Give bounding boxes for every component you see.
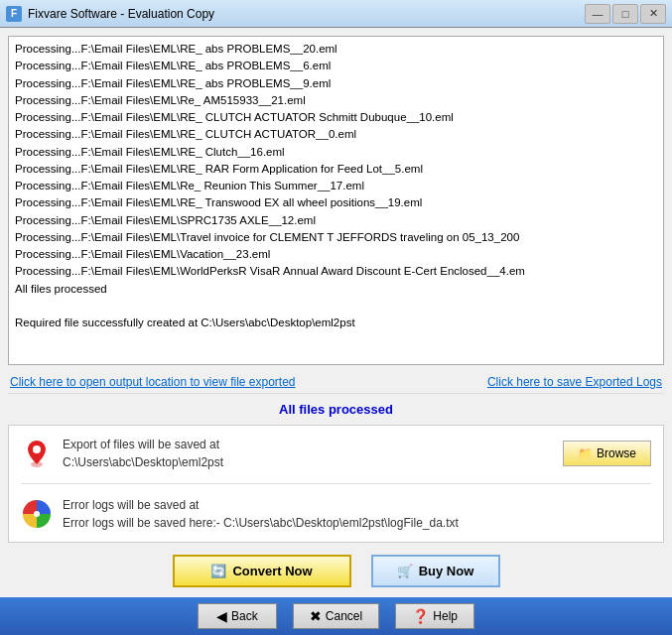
log-line: Processing...F:\Email Files\EML\RE_ Clut… [15, 144, 657, 161]
log-line: Processing...F:\Email Files\EML\RE_ Tran… [15, 194, 657, 211]
info-section: Export of files will be saved at C:\User… [8, 425, 664, 543]
status-message: All files processed [8, 400, 664, 419]
log-line: Required file successfully created at C:… [15, 315, 657, 331]
title-bar-left: F Fixvare Software - Evaluation Copy [6, 6, 214, 22]
log-line: Processing...F:\Email Files\EML\RE_ CLUT… [15, 126, 657, 143]
window-controls: — □ ✕ [585, 4, 666, 24]
log-line: Processing...F:\Email Files\EML\RE_ RAR … [15, 161, 657, 178]
convert-label: Convert Now [232, 564, 312, 578]
cancel-icon: ✖ [310, 608, 322, 624]
help-icon: ❓ [412, 608, 429, 624]
pie-chart-icon [21, 498, 53, 530]
log-line: Processing...F:\Email Files\EML\RE_ abs … [15, 58, 657, 74]
log-area[interactable]: Processing...F:\Email Files\EML\RE_ abs … [8, 36, 664, 365]
open-output-link[interactable]: Click here to open output location to vi… [10, 375, 296, 389]
divider [21, 483, 651, 484]
window-title: Fixvare Software - Evaluation Copy [28, 7, 214, 21]
error-logs-label: Error logs will be saved at [63, 496, 651, 514]
svg-point-3 [34, 511, 40, 517]
buy-label: Buy Now [419, 564, 474, 578]
error-logs-row: Error logs will be saved at Error logs w… [21, 496, 651, 532]
log-line: Processing...F:\Email Files\EML\RE_ abs … [15, 75, 657, 92]
browse-button[interactable]: 📁 Browse [563, 441, 651, 466]
minimize-button[interactable]: — [585, 4, 610, 24]
log-lines: Processing...F:\Email Files\EML\RE_ abs … [15, 41, 657, 331]
action-buttons: 🔄 Convert Now 🛒 Buy Now [8, 549, 664, 591]
help-label: Help [433, 609, 458, 623]
log-line: Processing...F:\Email Files\EML\Vacation… [15, 246, 657, 263]
app-icon: F [6, 6, 22, 22]
back-button[interactable]: ◀ Back [198, 603, 277, 629]
svg-point-1 [33, 445, 41, 453]
cart-icon: 🛒 [397, 564, 413, 578]
log-line: Processing...F:\Email Files\EML\Travel i… [15, 229, 657, 246]
location-pin-icon [25, 439, 49, 468]
close-button[interactable]: ✕ [640, 4, 666, 24]
nav-bar: ◀ Back ✖ Cancel ❓ Help [0, 597, 672, 635]
location-icon-container [21, 438, 53, 469]
links-section: Click here to open output location to vi… [8, 371, 664, 394]
save-logs-link[interactable]: Click here to save Exported Logs [487, 375, 662, 389]
export-path-text: Export of files will be saved at C:\User… [63, 436, 553, 471]
browse-label: Browse [597, 446, 636, 460]
export-path-row: Export of files will be saved at C:\User… [21, 436, 651, 471]
buy-now-button[interactable]: 🛒 Buy Now [371, 555, 500, 587]
log-line: Processing...F:\Email Files\EML\Re_ AM51… [15, 92, 657, 109]
error-logs-text: Error logs will be saved at Error logs w… [63, 496, 651, 532]
maximize-button[interactable]: □ [612, 4, 638, 24]
log-line: Processing...F:\Email Files\EML\RE_ CLUT… [15, 109, 657, 126]
title-bar: F Fixvare Software - Evaluation Copy — □… [0, 0, 672, 28]
log-line: Processing...F:\Email Files\EML\Re_ Reun… [15, 178, 657, 194]
error-logs-path: Error logs will be saved here:- C:\Users… [63, 514, 651, 532]
cancel-label: Cancel [326, 609, 362, 623]
log-line: Processing...F:\Email Files\EML\RE_ abs … [15, 41, 657, 58]
convert-now-button[interactable]: 🔄 Convert Now [173, 555, 351, 587]
log-line: Processing...F:\Email Files\EML\SPRC1735… [15, 212, 657, 229]
log-line [15, 298, 657, 315]
export-path: C:\Users\abc\Desktop\eml2pst [63, 453, 553, 471]
back-label: Back [231, 609, 258, 623]
log-line: All files processed [15, 281, 657, 298]
export-label: Export of files will be saved at [63, 436, 553, 453]
main-container: Processing...F:\Email Files\EML\RE_ abs … [0, 28, 672, 635]
cancel-button[interactable]: ✖ Cancel [293, 603, 379, 629]
help-button[interactable]: ❓ Help [395, 603, 474, 629]
log-line: Processing...F:\Email Files\EML\WorldPer… [15, 263, 657, 280]
back-icon: ◀ [216, 608, 227, 624]
browse-icon: 📁 [578, 446, 593, 460]
convert-icon: 🔄 [210, 564, 226, 578]
